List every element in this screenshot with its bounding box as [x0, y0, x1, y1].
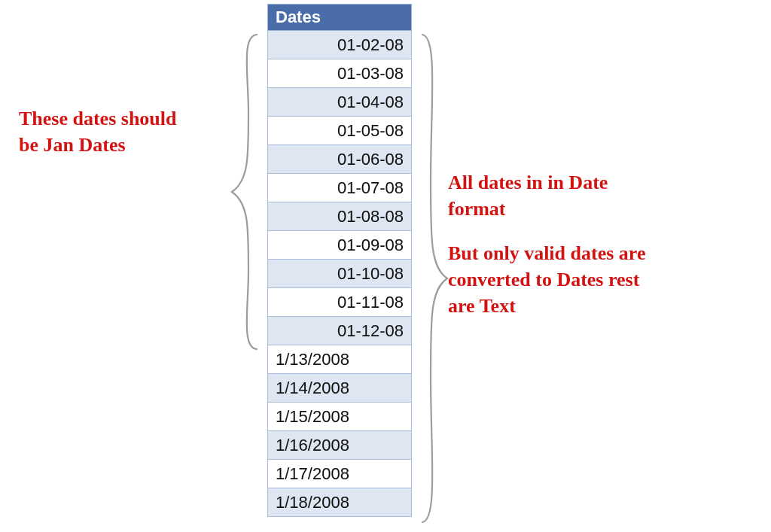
table-row: 01-11-08 — [268, 288, 412, 317]
annotation-right-line3: But only valid dates are — [448, 240, 749, 266]
table-row: 01-09-08 — [268, 231, 412, 260]
annotation-right-line5: are Text — [448, 293, 749, 319]
date-cell: 1/18/2008 — [268, 488, 412, 517]
table-row: 1/16/2008 — [268, 431, 412, 460]
annotation-right-line2: format — [448, 196, 749, 222]
table-row: 01-08-08 — [268, 202, 412, 231]
date-cell: 01-12-08 — [268, 317, 412, 345]
date-cell: 1/13/2008 — [268, 345, 412, 374]
annotation-right-line1: All dates in in Date — [448, 169, 749, 196]
table-row: 01-04-08 — [268, 88, 412, 117]
date-cell: 01-02-08 — [268, 31, 412, 59]
date-cell: 01-09-08 — [268, 231, 412, 260]
table-row: 01-03-08 — [268, 59, 412, 88]
annotation-left-line1: These dates should — [19, 105, 230, 132]
annotation-left: These dates should be Jan Dates — [19, 105, 230, 158]
date-cell: 01-06-08 — [268, 145, 412, 174]
table-row: 01-06-08 — [268, 145, 412, 174]
date-cell: 01-03-08 — [268, 59, 412, 88]
date-cell: 1/17/2008 — [268, 460, 412, 488]
date-cell: 1/14/2008 — [268, 374, 412, 403]
date-cell: 1/15/2008 — [268, 403, 412, 431]
table-row: 01-02-08 — [268, 31, 412, 59]
dates-header: Dates — [268, 5, 412, 31]
dates-table: Dates 01-02-0801-03-0801-04-0801-05-0801… — [267, 4, 412, 517]
annotation-left-line2: be Jan Dates — [19, 132, 230, 158]
table-row: 1/13/2008 — [268, 345, 412, 374]
table-row: 01-12-08 — [268, 317, 412, 345]
annotation-right: All dates in in Date format But only val… — [448, 169, 749, 319]
date-cell: 01-04-08 — [268, 88, 412, 117]
table-row: 1/17/2008 — [268, 460, 412, 488]
date-cell: 01-05-08 — [268, 117, 412, 145]
table-row: 01-10-08 — [268, 260, 412, 288]
table-row: 01-07-08 — [268, 174, 412, 202]
diagram-canvas: Dates 01-02-0801-03-0801-04-0801-05-0801… — [0, 0, 771, 532]
date-cell: 01-11-08 — [268, 288, 412, 317]
brace-left-icon — [226, 30, 264, 354]
date-cell: 01-07-08 — [268, 174, 412, 202]
table-row: 1/14/2008 — [268, 374, 412, 403]
table-row: 01-05-08 — [268, 117, 412, 145]
annotation-right-line4: converted to Dates rest — [448, 266, 749, 293]
date-cell: 01-10-08 — [268, 260, 412, 288]
date-cell: 01-08-08 — [268, 202, 412, 231]
date-cell: 1/16/2008 — [268, 431, 412, 460]
table-row: 1/15/2008 — [268, 403, 412, 431]
table-row: 1/18/2008 — [268, 488, 412, 517]
dates-body: 01-02-0801-03-0801-04-0801-05-0801-06-08… — [268, 31, 412, 517]
